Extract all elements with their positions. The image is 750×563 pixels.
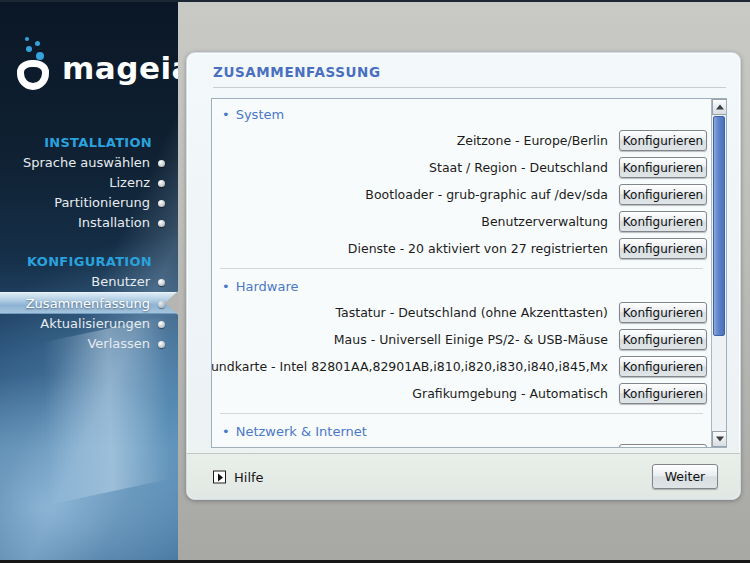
summary-panel: ZUSAMMENFASSUNG •System Zeitzone - Europ…	[186, 52, 741, 500]
step-label: Partitionierung	[54, 195, 150, 210]
step-bullet-icon	[158, 301, 165, 308]
step-bullet-icon	[158, 341, 165, 348]
step-benutzer[interactable]: Benutzer	[0, 272, 178, 292]
help-label: Hilfe	[234, 469, 264, 484]
summary-row-zeitzone: Zeitzone - Europe/Berlin Konfigurieren	[212, 127, 711, 154]
section-header-hardware: •Hardware	[212, 275, 711, 299]
summary-row-staat: Staat / Region - Deutschland Konfigurier…	[212, 154, 711, 181]
arrow-up-icon	[716, 105, 724, 110]
configure-button[interactable]: Konfigurieren	[619, 383, 707, 404]
active-step-arrow-icon	[165, 291, 178, 315]
step-bullet-icon	[158, 180, 165, 187]
step-label: Aktualisierungen	[40, 316, 150, 331]
step-bullet-icon	[158, 200, 165, 207]
scroll-down-button[interactable]	[712, 431, 727, 447]
scroll-up-button[interactable]	[712, 99, 727, 115]
section-header-system: •System	[212, 103, 711, 127]
installer-steps: INSTALLATION Sprache auswählen Lizenz Pa…	[0, 133, 178, 354]
summary-row-grafikumgebung: Grafikumgebung - Automatisch Konfigurier…	[212, 380, 711, 407]
configure-button[interactable]: Konfigurieren	[619, 238, 707, 259]
main-area: ZUSAMMENFASSUNG •System Zeitzone - Europ…	[178, 0, 750, 563]
bubble-icon	[26, 46, 32, 52]
section-divider	[220, 413, 703, 414]
configure-button[interactable]: Konfigurieren	[619, 302, 707, 323]
window-top-edge	[0, 0, 750, 2]
bubble-icon	[36, 52, 44, 60]
step-label: Lizenz	[109, 175, 150, 190]
configure-button[interactable]: Konfigurieren	[619, 329, 707, 350]
step-sprache-auswaehlen[interactable]: Sprache auswählen	[0, 153, 178, 173]
section-divider	[220, 268, 703, 269]
configure-button[interactable]: Konfigurieren	[619, 211, 707, 232]
summary-row-bootloader: Bootloader - grub-graphic auf /dev/sda K…	[212, 181, 711, 208]
summary-row-tastatur: Tastatur - Deutschland (ohne Akzenttaste…	[212, 299, 711, 326]
configure-button[interactable]: Konfigurieren	[619, 157, 707, 178]
configure-button[interactable]: Konfigurieren	[619, 444, 707, 447]
summary-row-maus: Maus - Universell Einige PS/2- & USB-Mäu…	[212, 326, 711, 353]
menu-section-gap	[0, 233, 178, 252]
summary-list: •System Zeitzone - Europe/Berlin Konfigu…	[212, 99, 711, 447]
summary-listbox: •System Zeitzone - Europe/Berlin Konfigu…	[211, 98, 727, 448]
next-button[interactable]: Weiter	[652, 464, 718, 489]
list-scrollbar[interactable]	[711, 99, 726, 447]
step-label: Sprache auswählen	[23, 155, 150, 170]
configure-button[interactable]: Konfigurieren	[619, 356, 707, 377]
step-bullet-icon	[158, 279, 165, 286]
bubble-icon	[25, 37, 29, 41]
summary-row-soundkarte: Soundkarte - Intel 82801AA,82901AB,i810,…	[212, 353, 711, 380]
step-bullet-icon	[158, 321, 165, 328]
section-header-netzwerk: •Netzwerk & Internet	[212, 420, 711, 444]
bubble-icon	[35, 41, 40, 46]
title-divider	[213, 87, 726, 88]
step-label: Installation	[78, 215, 150, 230]
step-aktualisierungen[interactable]: Aktualisierungen	[0, 314, 178, 334]
section-bullet-icon: •	[222, 107, 230, 122]
mageia-cauldron-icon	[12, 40, 56, 92]
scrollbar-thumb[interactable]	[713, 116, 725, 336]
step-verlassen[interactable]: Verlassen	[0, 334, 178, 354]
step-lizenz[interactable]: Lizenz	[0, 173, 178, 193]
step-installation[interactable]: Installation	[0, 213, 178, 233]
configure-button[interactable]: Konfigurieren	[619, 130, 707, 151]
step-zusammenfassung-active[interactable]: Zusammenfassung	[0, 292, 178, 314]
cauldron-ring	[17, 60, 49, 90]
step-label: Zusammenfassung	[26, 296, 150, 311]
steps-header-installation: INSTALLATION	[0, 133, 178, 153]
configure-button[interactable]: Konfigurieren	[619, 184, 707, 205]
step-bullet-icon	[158, 160, 165, 167]
step-label: Benutzer	[91, 274, 150, 289]
help-arrow-icon	[213, 470, 226, 483]
installer-sidebar: mageia INSTALLATION Sprache auswählen Li…	[0, 0, 178, 563]
summary-row-dienste: Dienste - 20 aktiviert von 27 registrier…	[212, 235, 711, 262]
help-button[interactable]: Hilfe	[213, 469, 264, 484]
step-partitionierung[interactable]: Partitionierung	[0, 193, 178, 213]
section-bullet-icon: •	[222, 279, 230, 294]
mageia-logo: mageia	[12, 40, 178, 92]
step-bullet-icon	[158, 220, 165, 227]
arrow-down-icon	[716, 437, 724, 442]
steps-header-konfiguration: KONFIGURATION	[0, 252, 178, 272]
section-bullet-icon: •	[222, 424, 230, 439]
footer-bar: Hilfe Weiter	[187, 453, 740, 499]
step-label: Verlassen	[87, 336, 150, 351]
logo-wordmark: mageia	[62, 53, 178, 84]
page-title: ZUSAMMENFASSUNG	[213, 64, 381, 80]
summary-row-benutzerverwaltung: Benutzerverwaltung Konfigurieren	[212, 208, 711, 235]
summary-row-clipped: Konfigurieren	[212, 444, 711, 447]
